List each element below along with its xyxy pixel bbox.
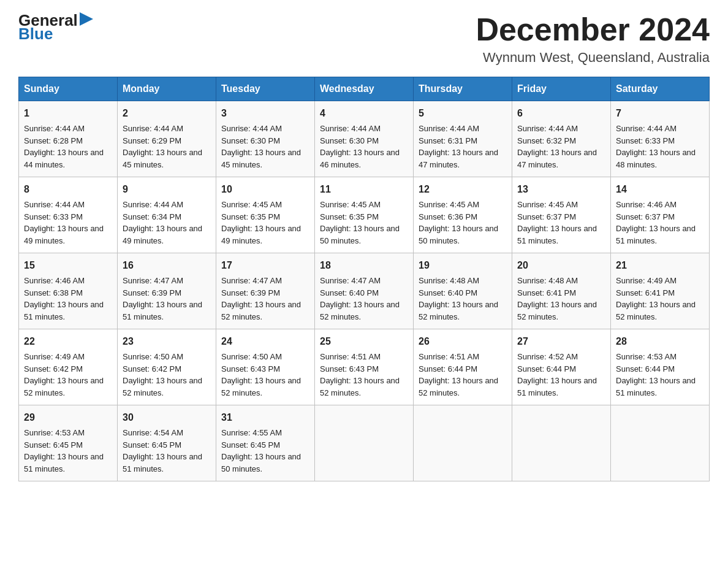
day-daylight: Daylight: 13 hours and 51 minutes. [616, 376, 696, 397]
calendar-day-cell: 25 Sunrise: 4:51 AM Sunset: 6:43 PM Dayl… [315, 329, 414, 405]
calendar-week-row: 29 Sunrise: 4:53 AM Sunset: 6:45 PM Dayl… [19, 405, 710, 481]
day-sunrise: Sunrise: 4:49 AM [24, 352, 85, 361]
calendar-day-cell: 1 Sunrise: 4:44 AM Sunset: 6:28 PM Dayli… [19, 101, 118, 177]
header-sunday: Sunday [19, 77, 118, 101]
calendar-day-cell: 17 Sunrise: 4:47 AM Sunset: 6:39 PM Dayl… [216, 253, 315, 329]
day-daylight: Daylight: 13 hours and 52 minutes. [616, 300, 696, 321]
calendar-day-cell: 12 Sunrise: 4:45 AM Sunset: 6:36 PM Dayl… [414, 177, 512, 253]
month-title: December 2024 [476, 12, 710, 47]
day-sunset: Sunset: 6:31 PM [419, 136, 477, 145]
day-sunset: Sunset: 6:38 PM [24, 288, 83, 297]
calendar-day-cell: 14 Sunrise: 4:46 AM Sunset: 6:37 PM Dayl… [611, 177, 710, 253]
day-daylight: Daylight: 13 hours and 49 minutes. [221, 224, 301, 245]
day-number: 22 [24, 334, 112, 349]
day-sunrise: Sunrise: 4:46 AM [24, 276, 85, 285]
day-sunset: Sunset: 6:44 PM [419, 364, 477, 373]
day-sunrise: Sunrise: 4:44 AM [419, 124, 479, 133]
day-daylight: Daylight: 13 hours and 52 minutes. [320, 376, 400, 397]
day-sunset: Sunset: 6:32 PM [517, 136, 576, 145]
calendar-day-cell: 10 Sunrise: 4:45 AM Sunset: 6:35 PM Dayl… [216, 177, 315, 253]
day-number: 11 [320, 182, 408, 197]
day-sunset: Sunset: 6:40 PM [419, 288, 477, 297]
day-number: 12 [419, 182, 507, 197]
day-sunrise: Sunrise: 4:44 AM [320, 124, 381, 133]
day-daylight: Daylight: 13 hours and 47 minutes. [517, 148, 597, 169]
day-sunset: Sunset: 6:41 PM [616, 288, 675, 297]
day-sunrise: Sunrise: 4:44 AM [616, 124, 677, 133]
day-number: 18 [320, 258, 408, 273]
day-sunset: Sunset: 6:35 PM [221, 212, 280, 221]
day-sunset: Sunset: 6:45 PM [221, 440, 280, 450]
day-sunrise: Sunrise: 4:47 AM [320, 276, 381, 285]
day-sunset: Sunset: 6:42 PM [123, 364, 181, 373]
day-sunset: Sunset: 6:35 PM [320, 212, 379, 221]
day-number: 31 [221, 410, 309, 425]
day-sunset: Sunset: 6:30 PM [221, 136, 280, 145]
calendar-day-cell: 26 Sunrise: 4:51 AM Sunset: 6:44 PM Dayl… [414, 329, 512, 405]
day-sunset: Sunset: 6:36 PM [419, 212, 477, 221]
day-sunset: Sunset: 6:43 PM [221, 364, 280, 373]
day-daylight: Daylight: 13 hours and 52 minutes. [221, 300, 301, 321]
logo: General Blue [18, 12, 93, 42]
day-daylight: Daylight: 13 hours and 48 minutes. [616, 148, 696, 169]
day-number: 25 [320, 334, 408, 349]
day-sunrise: Sunrise: 4:44 AM [123, 200, 183, 209]
day-daylight: Daylight: 13 hours and 52 minutes. [123, 376, 202, 397]
day-sunrise: Sunrise: 4:45 AM [419, 200, 479, 209]
day-number: 16 [123, 258, 211, 273]
day-sunset: Sunset: 6:37 PM [616, 212, 675, 221]
day-daylight: Daylight: 13 hours and 50 minutes. [419, 224, 498, 245]
day-sunrise: Sunrise: 4:49 AM [616, 276, 677, 285]
calendar-day-cell: 18 Sunrise: 4:47 AM Sunset: 6:40 PM Dayl… [315, 253, 414, 329]
day-daylight: Daylight: 13 hours and 51 minutes. [123, 452, 202, 473]
calendar-week-row: 22 Sunrise: 4:49 AM Sunset: 6:42 PM Dayl… [19, 329, 710, 405]
day-number: 14 [616, 182, 704, 197]
day-daylight: Daylight: 13 hours and 52 minutes. [221, 376, 301, 397]
calendar-day-cell: 9 Sunrise: 4:44 AM Sunset: 6:34 PM Dayli… [118, 177, 216, 253]
day-daylight: Daylight: 13 hours and 51 minutes. [24, 300, 104, 321]
page-header: General Blue December 2024 Wynnum West, … [18, 12, 710, 66]
day-number: 7 [616, 106, 704, 121]
day-number: 17 [221, 258, 309, 273]
day-number: 23 [123, 334, 211, 349]
day-number: 19 [419, 258, 507, 273]
day-number: 26 [419, 334, 507, 349]
day-sunset: Sunset: 6:40 PM [320, 288, 379, 297]
day-sunrise: Sunrise: 4:45 AM [517, 200, 578, 209]
day-number: 30 [123, 410, 211, 425]
calendar-day-cell: 23 Sunrise: 4:50 AM Sunset: 6:42 PM Dayl… [118, 329, 216, 405]
day-daylight: Daylight: 13 hours and 52 minutes. [320, 300, 400, 321]
header-right: December 2024 Wynnum West, Queensland, A… [476, 12, 710, 66]
day-number: 3 [221, 106, 309, 121]
day-number: 8 [24, 182, 112, 197]
day-number: 21 [616, 258, 704, 273]
day-daylight: Daylight: 13 hours and 46 minutes. [320, 148, 400, 169]
day-number: 28 [616, 334, 704, 349]
calendar-day-cell [611, 405, 710, 481]
day-sunset: Sunset: 6:39 PM [123, 288, 181, 297]
day-daylight: Daylight: 13 hours and 49 minutes. [123, 224, 202, 245]
day-sunrise: Sunrise: 4:44 AM [24, 200, 85, 209]
day-number: 29 [24, 410, 112, 425]
day-sunset: Sunset: 6:44 PM [517, 364, 576, 373]
calendar-day-cell: 21 Sunrise: 4:49 AM Sunset: 6:41 PM Dayl… [611, 253, 710, 329]
day-number: 10 [221, 182, 309, 197]
calendar-day-cell [315, 405, 414, 481]
calendar-day-cell: 28 Sunrise: 4:53 AM Sunset: 6:44 PM Dayl… [611, 329, 710, 405]
header-saturday: Saturday [611, 77, 710, 101]
day-daylight: Daylight: 13 hours and 52 minutes. [24, 376, 104, 397]
calendar-day-cell: 7 Sunrise: 4:44 AM Sunset: 6:33 PM Dayli… [611, 101, 710, 177]
calendar-day-cell: 24 Sunrise: 4:50 AM Sunset: 6:43 PM Dayl… [216, 329, 315, 405]
logo-blue-text: Blue [18, 26, 53, 42]
day-sunset: Sunset: 6:44 PM [616, 364, 675, 373]
day-sunrise: Sunrise: 4:46 AM [616, 200, 677, 209]
day-number: 4 [320, 106, 408, 121]
day-sunrise: Sunrise: 4:48 AM [419, 276, 479, 285]
day-daylight: Daylight: 13 hours and 51 minutes. [517, 376, 597, 397]
day-sunset: Sunset: 6:45 PM [123, 440, 181, 450]
day-number: 27 [517, 334, 605, 349]
day-daylight: Daylight: 13 hours and 51 minutes. [24, 452, 104, 473]
calendar-day-cell: 29 Sunrise: 4:53 AM Sunset: 6:45 PM Dayl… [19, 405, 118, 481]
day-number: 6 [517, 106, 605, 121]
calendar-day-cell: 8 Sunrise: 4:44 AM Sunset: 6:33 PM Dayli… [19, 177, 118, 253]
